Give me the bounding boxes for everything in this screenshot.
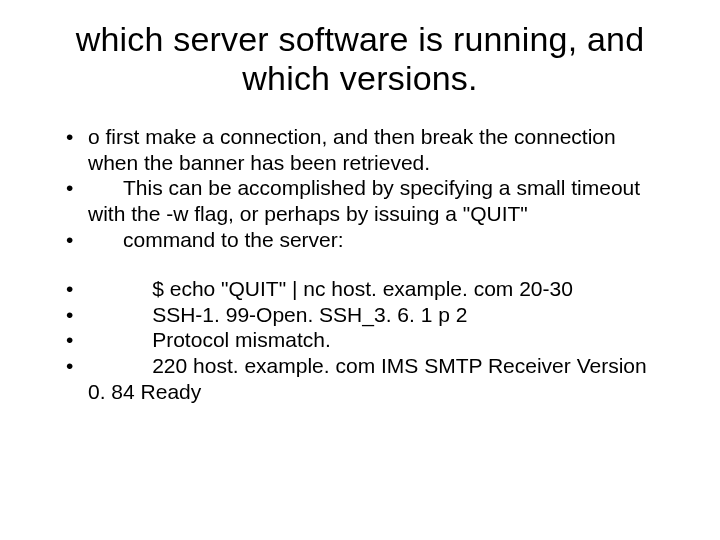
bullet-text: This can be accomplished by specifying a… bbox=[88, 176, 646, 225]
list-item: 220 host. example. com IMS SMTP Receiver… bbox=[50, 353, 670, 404]
slide-title: which server software is running, and wh… bbox=[50, 20, 670, 98]
list-item: Protocol mismatch. bbox=[50, 327, 670, 353]
list-item: SSH-1. 99-Open. SSH_3. 6. 1 p 2 bbox=[50, 302, 670, 328]
bullet-text: o first make a connection, and then brea… bbox=[88, 125, 622, 174]
list-item: $ echo "QUIT" | nc host. example. com 20… bbox=[50, 276, 670, 302]
bullet-text: Protocol mismatch. bbox=[88, 328, 331, 351]
spacer bbox=[50, 252, 670, 276]
bullet-group-2: $ echo "QUIT" | nc host. example. com 20… bbox=[50, 276, 670, 404]
list-item: This can be accomplished by specifying a… bbox=[50, 175, 670, 226]
list-item: command to the server: bbox=[50, 227, 670, 253]
bullet-group-1: o first make a connection, and then brea… bbox=[50, 124, 670, 252]
bullet-text: 220 host. example. com IMS SMTP Receiver… bbox=[88, 354, 653, 403]
list-item: o first make a connection, and then brea… bbox=[50, 124, 670, 175]
bullet-text: command to the server: bbox=[88, 228, 344, 251]
bullet-text: $ echo "QUIT" | nc host. example. com 20… bbox=[88, 277, 573, 300]
bullet-text: SSH-1. 99-Open. SSH_3. 6. 1 p 2 bbox=[88, 303, 467, 326]
